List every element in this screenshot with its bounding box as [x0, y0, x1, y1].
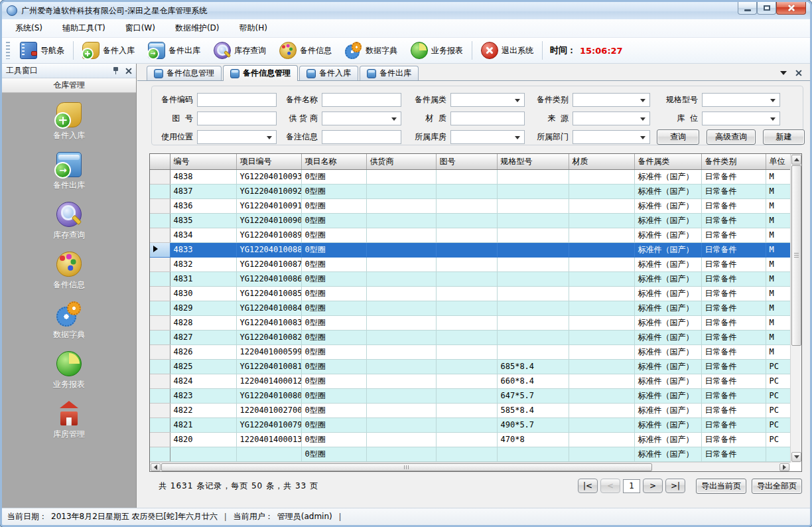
column-header-8[interactable]: 备件属类: [634, 154, 701, 169]
column-header-4[interactable]: 供货商: [366, 154, 436, 169]
advanced-query-button[interactable]: 高级查询: [707, 129, 756, 145]
maximize-button[interactable]: [757, 2, 776, 15]
supplier-combo[interactable]: [322, 112, 401, 125]
pin-icon[interactable]: [112, 66, 119, 75]
table-row[interactable]: 4831YG122040100860型圈标准件（国产）日常备件M: [150, 271, 790, 286]
query-button[interactable]: 查询: [657, 129, 699, 145]
new-button[interactable]: 新建: [763, 129, 805, 145]
export-current-page-button[interactable]: 导出当前页: [696, 479, 746, 494]
bin-location-combo[interactable]: [702, 112, 780, 125]
menu-item-1[interactable]: 系统(S): [15, 23, 42, 34]
material-input[interactable]: [450, 112, 525, 125]
row-selector-cell[interactable]: [150, 242, 170, 257]
table-row[interactable]: 0型圈标准件（国产）日常备件: [150, 447, 790, 461]
table-row[interactable]: 4838YG122040100930型圈标准件（国产）日常备件M: [150, 169, 790, 184]
scroll-down-icon[interactable]: [791, 452, 801, 462]
table-row[interactable]: 4834YG122040100890型圈标准件（国产）日常备件M: [150, 228, 790, 242]
department-combo[interactable]: [573, 130, 650, 144]
row-selector-cell[interactable]: [150, 330, 170, 344]
row-selector-cell[interactable]: [150, 228, 170, 242]
menu-item-4[interactable]: 数据维护(D): [175, 23, 220, 34]
toolbar-data-dictionary-button[interactable]: 数据字典: [338, 38, 404, 63]
toolbar-business-report-button[interactable]: 业务报表: [404, 38, 470, 63]
minimize-button[interactable]: [738, 2, 757, 15]
column-header-9[interactable]: 备件类别: [701, 154, 766, 169]
remark-input[interactable]: [322, 130, 401, 144]
sidebar-item-stock-out[interactable]: 备件出库: [53, 152, 85, 191]
column-header-7[interactable]: 材质: [569, 154, 634, 169]
row-selector-cell[interactable]: [150, 257, 170, 271]
table-row[interactable]: 482012204014000130型圈470*8标准件（国产）日常备件PC: [150, 432, 790, 447]
part-category-combo[interactable]: [573, 93, 650, 107]
export-all-pages-button[interactable]: 导出全部页: [752, 479, 802, 494]
scroll-up-icon[interactable]: [791, 155, 801, 165]
close-panel-icon[interactable]: [125, 67, 132, 74]
source-combo[interactable]: [573, 112, 650, 125]
row-selector-cell[interactable]: [150, 359, 170, 374]
scroll-right-icon[interactable]: [779, 463, 789, 471]
table-row[interactable]: 4829YG122040100840型圈标准件（国产）日常备件M: [150, 301, 790, 315]
vertical-scroll-thumb[interactable]: [791, 165, 801, 346]
row-selector-cell[interactable]: [150, 403, 170, 417]
row-selector-cell[interactable]: [150, 213, 170, 228]
row-selector-cell[interactable]: [150, 286, 170, 301]
table-row[interactable]: 4828YG122040100830型圈标准件（国产）日常备件M: [150, 315, 790, 330]
page-number-input[interactable]: [623, 479, 640, 493]
row-selector-cell[interactable]: [150, 184, 170, 198]
sidebar-item-inventory-query[interactable]: 库存查询: [53, 202, 85, 241]
row-selector-cell[interactable]: [150, 447, 170, 461]
sidebar-item-parts-info[interactable]: 备件信息: [53, 252, 85, 291]
table-row[interactable]: 482412204014000120型圈660*8.4标准件（国产）日常备件PC: [150, 374, 790, 388]
column-header-3[interactable]: 项目名称: [301, 154, 366, 169]
menu-item-2[interactable]: 辅助工具(T): [62, 23, 105, 34]
column-header-2[interactable]: 项目编号: [236, 154, 301, 169]
row-selector-cell[interactable]: [150, 301, 170, 315]
toolbar-stock-in-button[interactable]: 备件入库: [76, 38, 141, 63]
horizontal-scroll-thumb[interactable]: [161, 463, 652, 471]
table-row[interactable]: 4832YG122040100870型圈标准件（国产）日常备件M: [150, 257, 790, 271]
table-row[interactable]: 4821YG122040100790型圈490*5.7标准件（国产）日常备件PC: [150, 417, 790, 432]
table-row[interactable]: 4836YG122040100910型圈标准件（国产）日常备件M: [150, 198, 790, 213]
table-row[interactable]: 4827YG122040100820型圈标准件（国产）日常备件M: [150, 330, 790, 344]
tab-2[interactable]: 备件信息管理: [223, 65, 298, 81]
sidebar-item-business-report[interactable]: 业务报表: [53, 351, 85, 390]
next-page-button[interactable]: >: [643, 479, 663, 493]
column-header-6[interactable]: 规格型号: [497, 154, 569, 169]
drawing-no-input[interactable]: [197, 112, 277, 125]
menu-item-5[interactable]: 帮助(H): [239, 23, 267, 34]
last-page-button[interactable]: >|: [665, 479, 685, 493]
tab-1[interactable]: 备件信息管理: [147, 66, 222, 80]
tab-list-dropdown-icon[interactable]: [780, 71, 787, 75]
row-selector-cell[interactable]: [150, 374, 170, 388]
table-row[interactable]: 482612204010005990型圈标准件（国产）日常备件M: [150, 344, 790, 359]
part-name-input[interactable]: [322, 93, 401, 107]
sidebar-item-data-dictionary[interactable]: 数据字典: [53, 301, 85, 340]
close-tab-icon[interactable]: [795, 69, 802, 76]
scroll-left-icon[interactable]: [151, 463, 161, 471]
part-genus-combo[interactable]: [450, 93, 525, 107]
use-position-combo[interactable]: [197, 130, 277, 144]
close-button[interactable]: [776, 2, 806, 15]
row-selector-cell[interactable]: [150, 169, 170, 184]
prev-page-button[interactable]: <: [600, 479, 620, 493]
table-row[interactable]: 4837YG122040100920型圈标准件（国产）日常备件M: [150, 184, 790, 198]
part-code-input[interactable]: [197, 93, 277, 107]
row-selector-cell[interactable]: [150, 417, 170, 432]
horizontal-scrollbar[interactable]: [150, 462, 790, 471]
column-header-1[interactable]: 编号: [170, 154, 236, 169]
spec-model-combo[interactable]: [702, 93, 780, 107]
toolbar-exit-button[interactable]: 退出系统: [474, 38, 540, 63]
column-header-10[interactable]: 单位: [766, 154, 790, 169]
table-row[interactable]: 4835YG122040100900型圈标准件（国产）日常备件M: [150, 213, 790, 228]
toolbar-navbar-button[interactable]: 导航条: [13, 38, 71, 63]
first-page-button[interactable]: |<: [578, 479, 598, 493]
column-header-5[interactable]: 图号: [436, 154, 497, 169]
warehouse-combo[interactable]: [450, 130, 525, 144]
row-selector-cell[interactable]: [150, 271, 170, 286]
menu-item-3[interactable]: 窗口(W): [125, 23, 155, 34]
table-row[interactable]: 4833YG122040100880型圈标准件（国产）日常备件M: [150, 242, 790, 257]
row-selector-cell[interactable]: [150, 344, 170, 359]
row-selector-cell[interactable]: [150, 315, 170, 330]
toolbar-inventory-query-button[interactable]: 库存查询: [207, 38, 273, 63]
table-row[interactable]: 4830YG122040100850型圈标准件（国产）日常备件M: [150, 286, 790, 301]
